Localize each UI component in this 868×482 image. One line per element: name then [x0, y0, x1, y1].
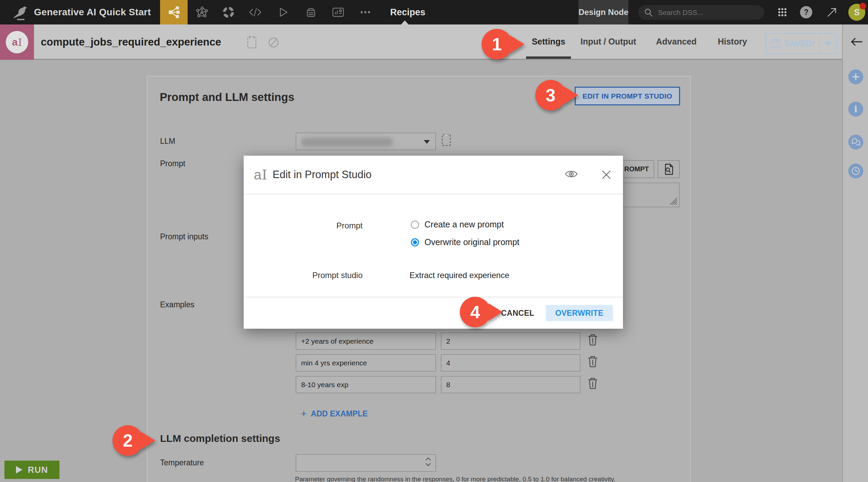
close-icon[interactable] — [601, 169, 614, 183]
annotation-marker-3: 3 — [535, 80, 566, 110]
discussions-panel-icon[interactable] — [848, 135, 863, 150]
top-navigation-bar: Generative AI Quick Start — [0, 0, 868, 24]
code-icon[interactable] — [248, 5, 262, 19]
overwrite-original-prompt-option[interactable]: Overwrite original prompt — [411, 237, 519, 247]
plus-icon: + — [301, 408, 307, 419]
prompt-studio-value: Extract required experience — [410, 271, 509, 280]
example-input-field[interactable]: +2 years of experience — [296, 332, 436, 350]
run-button-label: RUN — [28, 465, 48, 475]
save-dropdown-toggle[interactable] — [819, 34, 836, 53]
prompt-studio-label: Prompt studio — [267, 271, 363, 280]
tab-input-output[interactable]: Input / Output — [578, 24, 639, 59]
more-menu-icon[interactable] — [359, 5, 372, 19]
temperature-stepper[interactable] — [296, 454, 436, 472]
example-input-field[interactable]: 8-10 years exp — [296, 376, 436, 393]
collapse-panel-arrow-icon[interactable] — [850, 37, 863, 47]
radio-unselected-icon[interactable] — [411, 221, 419, 229]
lab-icon[interactable] — [195, 5, 209, 19]
global-search[interactable] — [638, 5, 764, 20]
delete-example-icon[interactable] — [587, 377, 599, 391]
floppy-icon — [771, 38, 781, 49]
project-title[interactable]: Generative AI Quick Start — [34, 0, 151, 24]
examples-label: Examples — [160, 300, 194, 309]
save-button-label: SAVED! — [784, 39, 815, 48]
llm-completion-settings-heading: LLM completion settings — [160, 433, 280, 444]
modal-title: Edit in Prompt Studio — [273, 169, 371, 181]
tab-history[interactable]: History — [716, 24, 749, 59]
example-input-field[interactable]: min 4 yrs experience — [296, 354, 436, 372]
catalog-donut-icon[interactable] — [222, 5, 235, 19]
modal-prompt-label: Prompt — [267, 221, 363, 230]
recipe-name: compute_jobs_required_experience — [41, 24, 221, 60]
prompt-llm-settings-heading: Prompt and LLM settings — [160, 91, 294, 104]
chevron-down-icon[interactable] — [425, 463, 431, 466]
llm-label: LLM — [160, 137, 175, 146]
validate-prompt-button[interactable] — [658, 160, 680, 178]
delete-example-icon[interactable] — [587, 333, 599, 347]
help-icon[interactable]: ? — [800, 6, 812, 18]
history-panel-icon[interactable] — [848, 163, 863, 178]
tab-settings[interactable]: Settings — [526, 24, 571, 59]
copy-llm-icon[interactable] — [442, 134, 451, 146]
create-new-prompt-option[interactable]: Create a new prompt — [411, 220, 504, 229]
tab-advanced[interactable]: Advanced — [655, 24, 697, 59]
flow-icon — [167, 5, 181, 19]
create-new-prompt-label: Create a new prompt — [424, 220, 504, 229]
example-output-field[interactable]: 8 — [441, 376, 580, 393]
chevron-up-icon[interactable] — [425, 457, 431, 461]
add-panel-icon[interactable] — [848, 69, 863, 84]
radio-selected-icon[interactable] — [411, 238, 419, 246]
stepper-arrows[interactable] — [425, 457, 431, 466]
overwrite-original-prompt-label: Overwrite original prompt — [424, 237, 519, 247]
temperature-label: Temperature — [160, 458, 204, 467]
current-page-caret — [401, 20, 409, 24]
prompt-label: Prompt — [160, 159, 185, 168]
right-panel-sidebar: i — [842, 24, 868, 482]
play-icon — [16, 466, 22, 474]
run-button[interactable]: RUN — [4, 461, 59, 479]
app-screen: Generative AI Quick Start — [0, 0, 868, 482]
add-example-button[interactable]: + ADD EXAMPLE — [301, 408, 368, 419]
resize-handle[interactable] — [669, 196, 678, 205]
schedule-disabled-icon[interactable] — [267, 36, 280, 49]
trending-arrow-icon[interactable] — [825, 5, 839, 19]
overwrite-button[interactable]: OVERWRITE — [546, 305, 613, 321]
play-jobs-icon[interactable] — [276, 5, 290, 19]
avatar-initial: S — [854, 7, 860, 17]
temperature-help-text: Parameter governing the randomness in th… — [295, 476, 655, 482]
document-search-icon — [663, 163, 674, 175]
llm-select[interactable] — [296, 133, 436, 150]
prompt-inputs-label: Prompt inputs — [160, 232, 208, 241]
search-input[interactable] — [658, 8, 750, 17]
chevron-down-icon — [824, 41, 832, 46]
dashboard-card-icon[interactable] — [331, 5, 345, 19]
edit-in-prompt-studio-button[interactable]: EDIT IN PROMPT STUDIO — [575, 87, 680, 105]
add-example-label: ADD EXAMPLE — [311, 409, 368, 418]
search-icon — [644, 8, 653, 17]
cancel-button[interactable]: CANCEL — [501, 309, 534, 318]
chevron-down-icon — [424, 140, 430, 144]
prompt-studio-icon: aI — [254, 167, 267, 183]
copy-name-icon[interactable] — [247, 37, 256, 48]
example-output-field[interactable]: 4 — [441, 354, 580, 372]
preview-eye-icon[interactable] — [565, 169, 578, 183]
annotation-marker-1: 1 — [482, 29, 512, 59]
info-panel-icon[interactable]: i — [848, 102, 863, 117]
edit-in-prompt-studio-modal: aI Edit in Prompt Studio Prompt Create a… — [244, 156, 623, 329]
wardrobe-icon[interactable] — [304, 5, 318, 19]
user-avatar[interactable]: S — [848, 4, 865, 21]
prompt-recipe-glyph: aI — [6, 31, 28, 53]
example-output-field[interactable]: 2 — [441, 332, 580, 350]
design-node-badge[interactable]: Design Node — [578, 0, 628, 24]
annotation-marker-2: 2 — [112, 425, 143, 456]
save-button[interactable]: SAVED! — [766, 33, 837, 54]
recipe-header-bar: aI compute_jobs_required_experience Sett… — [0, 24, 842, 60]
notification-dot — [860, 3, 866, 10]
flow-nav-tile[interactable] — [160, 0, 188, 24]
apps-grid-icon[interactable] — [776, 5, 789, 19]
modal-footer: CANCEL OVERWRITE — [244, 297, 623, 329]
prompt-recipe-icon: aI — [0, 24, 34, 60]
save-button-main[interactable]: SAVED! — [766, 34, 819, 53]
dataiku-bird-logo-icon[interactable] — [12, 3, 29, 21]
delete-example-icon[interactable] — [587, 355, 599, 369]
